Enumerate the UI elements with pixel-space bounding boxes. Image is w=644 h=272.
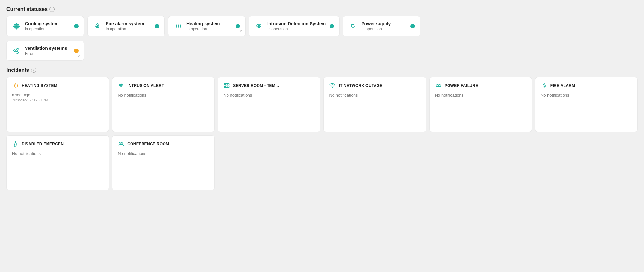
incident-conference-no-notif: No notifications: [118, 151, 209, 156]
incident-header-server: SERVER ROOM - TEM...: [223, 82, 315, 89]
ventilation-external-link-icon[interactable]: ↗: [78, 54, 80, 58]
intrusion-title: Intrusion Detection System: [267, 21, 326, 26]
incident-header-conference: CONFERENCE ROOM...: [118, 141, 209, 147]
ventilation-status-dot: [74, 49, 79, 53]
incidents-row-1: HEATING SYSTEM a year ago 7/28/2022, 7:0…: [6, 77, 638, 132]
incident-server-no-notif: No notifications: [223, 93, 315, 98]
status-card-cooling: Cooling system In operation: [6, 16, 84, 36]
cooling-title: Cooling system: [25, 21, 70, 26]
incident-card-power-failure: POWER FAILURE No notifications: [429, 77, 532, 132]
intrusion-card-text: Intrusion Detection System In operation: [267, 21, 326, 31]
incidents-title: Incidents: [6, 67, 29, 73]
fire-alarm-system-icon: [93, 22, 102, 30]
incident-power-no-notif: No notifications: [435, 93, 526, 98]
incident-header-intrusion: INTRUSION ALERT: [118, 82, 209, 89]
incident-header-network: IT NETWORK OUTAGE: [329, 82, 420, 89]
incident-network-title: IT NETWORK OUTAGE: [339, 83, 382, 88]
incident-fire-title: FIRE ALARM: [550, 83, 575, 88]
incident-conference-icon: [118, 141, 125, 147]
incident-card-server-room: SERVER ROOM - TEM... No notifications: [218, 77, 320, 132]
status-card-power: Power supply In operation: [343, 16, 420, 36]
heating-card-text: Heating system In operation: [186, 21, 232, 31]
incident-header-disabled: DISABLED EMERGEN...: [12, 141, 103, 147]
incident-card-disabled-emergency: DISABLED EMERGEN... No notifications: [6, 135, 109, 190]
incident-disabled-title: DISABLED EMERGEN...: [22, 142, 67, 146]
fire-alarm-system-title: Fire alarm system: [106, 21, 151, 26]
status-cards-grid: Cooling system In operation Fire alarm s…: [6, 16, 638, 36]
incidents-section: Incidents i HEATING SYSTEM a year ago 7/…: [6, 67, 638, 190]
status-card-fire-alarm-system: Fire alarm system In operation: [87, 16, 165, 36]
svg-point-15: [121, 142, 123, 143]
incident-card-conference-room: CONFERENCE ROOM... No notifications: [112, 135, 215, 190]
cooling-icon: [12, 22, 21, 30]
incident-server-icon: [223, 82, 230, 89]
ventilation-subtitle: Error: [25, 51, 70, 56]
incident-heating-time-ago: a year ago: [12, 93, 103, 97]
incident-power-title: POWER FAILURE: [445, 83, 478, 88]
svg-point-6: [121, 85, 121, 85]
fire-alarm-system-card-text: Fire alarm system In operation: [106, 21, 151, 31]
incident-card-empty-1: [218, 135, 320, 190]
incident-intrusion-icon: [118, 82, 125, 89]
incident-intrusion-title: INTRUSION ALERT: [127, 83, 164, 88]
incident-heating-date: 7/28/2022, 7:06:30 PM: [12, 98, 103, 102]
power-card-text: Power supply In operation: [361, 21, 406, 31]
svg-point-9: [225, 84, 226, 85]
incident-heating-title: HEATING SYSTEM: [22, 83, 57, 88]
power-supply-icon: [348, 22, 357, 30]
svg-point-13: [15, 142, 16, 143]
heating-subtitle: In operation: [186, 27, 232, 31]
incident-header-power: POWER FAILURE: [435, 82, 526, 89]
incident-network-icon: [329, 82, 336, 89]
incident-power-icon: [435, 82, 442, 89]
status-card-heating: Heating system In operation ↗: [168, 16, 246, 36]
current-statuses-section: Current statuses i Cooling system In ope…: [6, 6, 638, 61]
power-subtitle: In operation: [361, 27, 406, 31]
ventilation-title: Ventilation systems: [25, 46, 70, 51]
incident-server-title: SERVER ROOM - TEM...: [233, 83, 279, 88]
current-statuses-info-icon[interactable]: i: [49, 7, 55, 12]
svg-point-2: [259, 25, 259, 26]
incidents-info-icon[interactable]: i: [31, 68, 36, 73]
status-card-ventilation: Ventilation systems Error ↗: [6, 41, 84, 61]
incident-disabled-no-notif: No notifications: [12, 151, 103, 156]
ventilation-icon: [12, 47, 21, 55]
power-status-dot: [410, 24, 415, 28]
svg-point-14: [120, 142, 121, 143]
status-card-intrusion: Intrusion Detection System In operation: [249, 16, 340, 36]
incident-card-empty-3: [429, 135, 532, 190]
incident-card-network-outage: IT NETWORK OUTAGE No notifications: [323, 77, 426, 132]
fire-alarm-system-status-dot: [155, 24, 159, 28]
incident-card-heating-system: HEATING SYSTEM a year ago 7/28/2022, 7:0…: [6, 77, 109, 132]
incident-intrusion-no-notif: No notifications: [118, 93, 209, 98]
current-statuses-title: Current statuses: [6, 6, 48, 12]
cooling-subtitle: In operation: [25, 27, 70, 31]
svg-point-3: [16, 50, 17, 52]
intrusion-status-dot: [330, 24, 334, 28]
incident-fire-no-notif: No notifications: [541, 93, 632, 98]
power-title: Power supply: [361, 21, 406, 26]
heating-icon: [174, 22, 183, 30]
incident-conference-title: CONFERENCE ROOM...: [127, 142, 173, 146]
fire-alarm-system-subtitle: In operation: [106, 27, 151, 31]
cooling-card-text: Cooling system In operation: [25, 21, 70, 31]
heating-external-link-icon[interactable]: ↗: [239, 29, 242, 33]
svg-point-11: [332, 87, 333, 88]
svg-point-10: [225, 87, 226, 87]
intrusion-subtitle: In operation: [267, 27, 326, 31]
heating-title: Heating system: [186, 21, 232, 26]
incident-fire-icon: [541, 82, 548, 89]
incident-card-intrusion-alert: INTRUSION ALERT No notifications: [112, 77, 215, 132]
incident-card-empty-4: [535, 135, 638, 190]
ventilation-row: Ventilation systems Error ↗: [6, 41, 638, 61]
incident-card-empty-2: [323, 135, 426, 190]
ventilation-card-text: Ventilation systems Error: [25, 46, 70, 56]
incident-network-no-notif: No notifications: [329, 93, 420, 98]
cooling-status-dot: [74, 24, 79, 28]
incidents-row-2: DISABLED EMERGEN... No notifications CON…: [6, 135, 638, 190]
intrusion-detection-icon: [254, 22, 263, 30]
incident-header-fire: FIRE ALARM: [541, 82, 632, 89]
incident-disabled-icon: [12, 141, 19, 147]
incident-card-fire-alarm: FIRE ALARM No notifications: [535, 77, 638, 132]
incident-header-heating: HEATING SYSTEM: [12, 82, 103, 89]
